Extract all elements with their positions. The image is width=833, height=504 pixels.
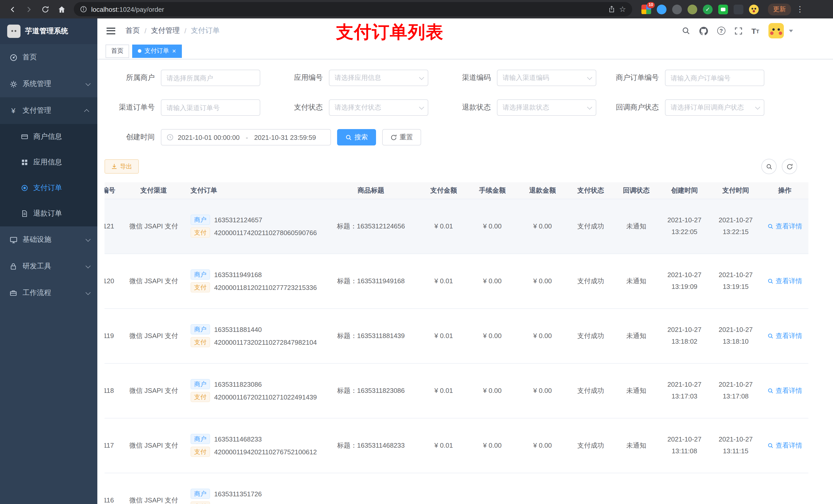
merchant-order-no: 1635311823086 xyxy=(214,380,262,388)
address-bar[interactable]: localhost:1024/pay/order ☆ xyxy=(74,2,632,16)
chevron-down-icon xyxy=(587,74,592,80)
github-icon[interactable] xyxy=(699,26,708,35)
forward-icon[interactable] xyxy=(22,2,36,16)
field-label-pay-status: 支付状态 xyxy=(272,103,329,112)
sidebar-item-home[interactable]: 首页 xyxy=(0,44,97,71)
merchant-order-no: 1635311881440 xyxy=(214,326,262,333)
orders-table: 编号 支付渠道 支付订单 商品标题 支付金额 手续金额 退款金额 支付状态 回调… xyxy=(104,182,826,504)
reset-button[interactable]: 重置 xyxy=(382,129,421,145)
sidebar-item-infrastructure[interactable]: 基础设施 xyxy=(0,226,97,253)
app-select[interactable]: 请选择应用信息 xyxy=(329,70,428,86)
extension-olive-icon[interactable] xyxy=(688,4,697,14)
tab-pay-order[interactable]: 支付订单 × xyxy=(132,44,182,57)
cell-order: 商户1635311468233 支付4200001194202110276752… xyxy=(185,418,322,473)
cell-actions: 查看详情 xyxy=(761,308,808,363)
extension-bar: 10 ✓ xyxy=(641,4,759,14)
cell-amount: ¥ 0.01 xyxy=(420,254,467,308)
refresh-table-button[interactable] xyxy=(782,159,797,174)
browser-menu-icon[interactable]: ⋮ xyxy=(796,5,804,14)
cell-pay-time: 2021-10-2713:22:15 xyxy=(710,199,761,254)
toggle-search-button[interactable] xyxy=(761,159,777,174)
close-icon[interactable]: × xyxy=(172,48,176,54)
sidebar-item-payment[interactable]: ¥ 支付管理 xyxy=(0,97,97,124)
search-button-label: 搜索 xyxy=(355,133,368,142)
sidebar-item-app-info[interactable]: 应用信息 xyxy=(0,149,97,175)
breadcrumb-home[interactable]: 首页 xyxy=(125,26,140,35)
reload-icon[interactable] xyxy=(38,2,52,16)
cell-create-time: 2021-10-2713:22:05 xyxy=(659,199,710,254)
share-icon[interactable] xyxy=(608,6,615,13)
notify-status-select[interactable]: 请选择订单回调商户状态 xyxy=(665,99,764,116)
extension-dark-icon[interactable] xyxy=(672,4,682,14)
back-icon[interactable] xyxy=(5,2,20,16)
merchant-tag: 商户 xyxy=(191,434,210,444)
export-button[interactable]: 导出 xyxy=(104,159,139,174)
card-icon xyxy=(21,133,28,140)
sidebar-menu: 首页 系统管理 ¥ 支付管理 xyxy=(0,44,97,306)
browser-update-button[interactable]: 更新 xyxy=(768,3,791,15)
help-icon[interactable]: ? xyxy=(717,27,725,35)
sidebar: 芋道管理系统 首页 系统管理 ¥ 支付管 xyxy=(0,19,97,504)
breadcrumb-payment[interactable]: 支付管理 xyxy=(151,26,180,35)
view-detail-link[interactable]: 查看详情 xyxy=(767,221,802,231)
tags-view-bar: 首页 支付订单 × xyxy=(97,43,833,59)
bookmark-star-icon[interactable]: ☆ xyxy=(619,5,626,14)
cell-amount: ¥ 0.01 xyxy=(420,199,467,254)
briefcase-icon xyxy=(9,289,18,296)
extension-grid-icon[interactable]: 10 xyxy=(641,4,651,14)
caret-down-icon[interactable] xyxy=(789,29,793,32)
cell-id: 121 xyxy=(104,199,123,254)
sidebar-item-workflow[interactable]: 工作流程 xyxy=(0,280,97,306)
extension-check-icon[interactable]: ✓ xyxy=(703,4,713,14)
search-icon[interactable] xyxy=(682,27,690,35)
export-button-label: 导出 xyxy=(120,162,132,171)
view-detail-link[interactable]: 查看详情 xyxy=(767,386,802,395)
chevron-down-icon xyxy=(86,263,91,268)
refund-status-select[interactable]: 请选择退款状态 xyxy=(497,99,596,116)
table-row: 118 微信 JSAPI 支付 商户1635311823086 支付420000… xyxy=(104,363,808,418)
tab-home[interactable]: 首页 xyxy=(105,44,129,57)
select-placeholder: 请输入渠道编码 xyxy=(503,73,587,82)
cell-id: 119 xyxy=(104,308,123,363)
fullscreen-icon[interactable] xyxy=(734,27,742,34)
sidebar-toggle-icon[interactable] xyxy=(105,25,116,36)
cell-fee: ¥ 0.00 xyxy=(467,308,518,363)
view-detail-link[interactable]: 查看详情 xyxy=(767,276,802,286)
cell-status: 支付成功 xyxy=(568,254,614,308)
extension-pin-icon[interactable] xyxy=(734,4,743,14)
merchant-input[interactable] xyxy=(161,70,260,86)
channel-code-select[interactable]: 请输入渠道编码 xyxy=(497,70,596,86)
cell-order: 商户1635311949168 支付4200001181202110277723… xyxy=(185,254,322,308)
pay-status-select[interactable]: 请选择支付状态 xyxy=(329,99,428,116)
sidebar-item-refund-order[interactable]: 退款订单 xyxy=(0,201,97,226)
extension-chat-icon[interactable] xyxy=(718,4,728,14)
sidebar-item-dev-tools[interactable]: 研发工具 xyxy=(0,253,97,280)
cell-channel: 微信 JSAPI 支付 xyxy=(123,418,185,473)
date-start-value: 2021-10-01 00:00:00 xyxy=(178,134,239,141)
merchant-order-no-input[interactable] xyxy=(665,70,764,86)
search-button[interactable]: 搜索 xyxy=(337,129,376,145)
table-row: 121 微信 JSAPI 支付 商户1635312124657 支付420000… xyxy=(104,199,808,254)
cell-actions: 查看详情 xyxy=(761,199,808,254)
sidebar-item-merchant-info[interactable]: 商户信息 xyxy=(0,124,97,149)
sidebar-item-system[interactable]: 系统管理 xyxy=(0,71,97,97)
home-icon[interactable] xyxy=(54,2,69,16)
payment-submenu: 商户信息 应用信息 支付订单 xyxy=(0,124,97,226)
field-label-channel-order-no: 渠道订单号 xyxy=(104,103,161,112)
sidebar-item-label: 退款订单 xyxy=(33,209,62,218)
extension-emoji-icon[interactable] xyxy=(749,4,759,14)
sidebar-item-pay-order[interactable]: 支付订单 xyxy=(0,175,97,201)
chevron-down-icon xyxy=(587,104,592,110)
view-detail-link[interactable]: 查看详情 xyxy=(767,441,802,450)
site-info-icon[interactable] xyxy=(80,6,87,13)
cell-id: 120 xyxy=(104,254,123,308)
create-time-range-picker[interactable]: 2021-10-01 00:00:00 - 2021-10-31 23:59:5… xyxy=(161,129,331,145)
view-detail-link[interactable]: 查看详情 xyxy=(767,331,802,340)
chevron-down-icon xyxy=(755,104,760,110)
avatar[interactable] xyxy=(768,23,784,39)
cell-notify: 未通知 xyxy=(614,199,659,254)
font-size-icon[interactable]: TT xyxy=(751,27,759,34)
channel-order-no-input[interactable] xyxy=(161,99,260,116)
cell-create-time xyxy=(659,473,710,504)
extension-drop-icon[interactable] xyxy=(657,4,667,14)
